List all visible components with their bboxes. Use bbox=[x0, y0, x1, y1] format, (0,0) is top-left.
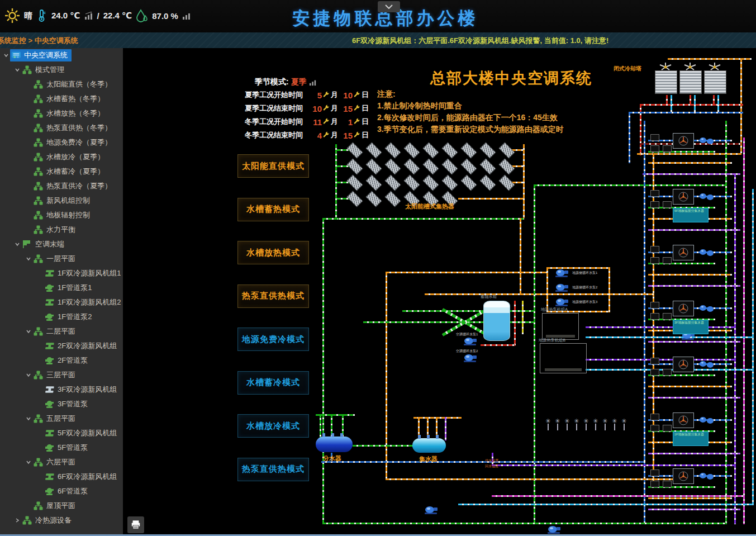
tree-item[interactable]: 水槽蓄冷（夏季） bbox=[0, 164, 123, 179]
tree-item[interactable]: 1F管道泵2 bbox=[0, 310, 123, 324]
pump-icon bbox=[45, 312, 55, 321]
pipe bbox=[534, 184, 726, 186]
mini-fan: ✳ bbox=[545, 418, 552, 430]
fresh-air-unit[interactable] bbox=[673, 357, 694, 372]
tree-item[interactable]: 模式管理 bbox=[0, 63, 123, 77]
ac-circulating-pump[interactable] bbox=[463, 336, 478, 346]
site-icon bbox=[34, 124, 44, 132]
ac-circulating-pump[interactable] bbox=[463, 353, 478, 363]
solar-collector bbox=[403, 174, 420, 191]
tree-toggle-down-icon[interactable] bbox=[13, 67, 21, 73]
storage-pump[interactable] bbox=[424, 505, 439, 515]
tree-item[interactable]: 热泵直供热（冬季） bbox=[0, 121, 123, 135]
tree-item[interactable]: 3F双冷源新风机组 bbox=[0, 382, 123, 397]
tree-item[interactable]: 新风机组控制 bbox=[0, 193, 123, 208]
ground-source-heat-pump-b[interactable] bbox=[540, 343, 587, 373]
mode-button[interactable]: 热泵直供热模式 bbox=[237, 284, 309, 308]
tree-item[interactable]: 地源免费冷（夏季） bbox=[0, 135, 123, 150]
tree-toggle-down-icon[interactable] bbox=[25, 372, 32, 378]
tree-item[interactable]: 2F管道泵 bbox=[0, 353, 123, 368]
bottom-pump[interactable] bbox=[546, 525, 562, 534]
wrench-icon[interactable] bbox=[353, 91, 360, 100]
tree-item[interactable]: 三层平面 bbox=[0, 368, 123, 382]
mode-button[interactable]: 水槽放冷模式 bbox=[237, 414, 309, 438]
mode-button[interactable]: 水槽蓄热模式 bbox=[237, 198, 309, 221]
tree-item[interactable]: 热泵直供冷（夏季） bbox=[0, 179, 123, 193]
mode-button[interactable]: 水槽蓄冷模式 bbox=[237, 371, 309, 395]
wrench-icon[interactable] bbox=[322, 117, 330, 127]
fresh-air-unit[interactable] bbox=[673, 468, 694, 484]
tree-item[interactable]: 冷热源设备 bbox=[0, 513, 123, 528]
mode-button[interactable]: 地源免费冷模式 bbox=[237, 328, 309, 351]
schedule-month-value: 5 bbox=[312, 91, 322, 100]
thermal-storage-tank[interactable] bbox=[483, 301, 510, 341]
tree-item[interactable]: 太阳能直供（冬季） bbox=[0, 77, 123, 92]
tree-node: 新风机组控制 bbox=[32, 195, 94, 207]
wrench-icon[interactable] bbox=[322, 104, 330, 113]
floor-manifold-box[interactable]: 3F地板辐射分集水器 bbox=[673, 320, 709, 334]
tree-item[interactable]: 5F双冷源新风机组 bbox=[0, 426, 123, 440]
trend-chart-icon[interactable] bbox=[309, 79, 317, 86]
ground-source-pump[interactable] bbox=[554, 283, 570, 292]
tree-toggle-down-icon[interactable] bbox=[25, 459, 32, 465]
tree-item[interactable]: 水力平衡 bbox=[0, 222, 123, 237]
water-distributor[interactable] bbox=[316, 437, 353, 452]
tree-item[interactable]: 3F管道泵 bbox=[0, 397, 123, 411]
fresh-air-unit[interactable] bbox=[673, 189, 694, 205]
wrench-icon[interactable] bbox=[322, 131, 330, 140]
tree-item[interactable]: 空调末端 bbox=[0, 237, 123, 252]
ground-source-heat-pump-a[interactable] bbox=[542, 313, 579, 340]
floor-manifold-box[interactable]: 1F地板辐射分集水器 bbox=[673, 431, 709, 446]
cooling-tower[interactable] bbox=[655, 63, 677, 94]
tree-item[interactable]: 五层平面 bbox=[0, 411, 123, 426]
tree-item[interactable]: 水槽放冷（夏季） bbox=[0, 150, 123, 164]
floor-manifold-box[interactable]: 5F地板辐射分集水器 bbox=[673, 208, 709, 222]
mode-button[interactable]: 水槽放热模式 bbox=[237, 241, 309, 264]
tree-item[interactable]: 地板辐射控制 bbox=[0, 208, 123, 222]
title-bar: 晴 c 24.0 ℃ / 22.4 ℃ 87.0 % 安捷物联总部办公楼 bbox=[0, 0, 756, 32]
water-collector[interactable] bbox=[412, 438, 446, 453]
tree-toggle-down-icon[interactable] bbox=[13, 241, 21, 247]
tree-item[interactable]: 中央空调系统 bbox=[0, 48, 123, 63]
tree-toggle-down-icon[interactable] bbox=[2, 53, 10, 58]
tree-toggle-down-icon[interactable] bbox=[25, 256, 32, 262]
tree-node: 水槽蓄冷（夏季） bbox=[32, 165, 108, 178]
wrench-icon[interactable] bbox=[353, 104, 360, 113]
fresh-air-unit[interactable] bbox=[673, 245, 694, 260]
tree-item[interactable]: 水槽放热（冬季） bbox=[0, 106, 123, 121]
cooling-tower[interactable] bbox=[679, 63, 702, 94]
fresh-air-unit[interactable] bbox=[673, 301, 694, 316]
breadcrumb[interactable]: 系统监控 > 中央空调系统 bbox=[0, 36, 78, 46]
trend-chart-icon[interactable] bbox=[182, 12, 191, 20]
wrench-icon[interactable] bbox=[322, 91, 330, 100]
cooling-tower[interactable] bbox=[704, 63, 726, 94]
tree-item-label: 新风机组控制 bbox=[46, 196, 90, 206]
mode-button[interactable]: 太阳能直供模式 bbox=[237, 154, 309, 178]
mode-button[interactable]: 热泵直供热模式 bbox=[237, 458, 309, 481]
tree-item[interactable]: 5F管道泵 bbox=[0, 440, 123, 455]
wrench-icon[interactable] bbox=[353, 117, 360, 127]
trend-chart-icon[interactable] bbox=[84, 12, 93, 20]
collapse-header-button[interactable] bbox=[378, 1, 400, 12]
tree-toggle-down-icon[interactable] bbox=[25, 416, 32, 421]
pipe bbox=[640, 104, 743, 106]
tree-item[interactable]: 1F双冷源新风机组1 bbox=[0, 266, 123, 281]
tree-item[interactable]: 六层平面 bbox=[0, 455, 123, 469]
tree-item[interactable]: 屋顶平面 bbox=[0, 499, 123, 513]
tree-toggle-right-icon[interactable] bbox=[13, 518, 21, 523]
fresh-air-unit[interactable] bbox=[673, 412, 694, 428]
tree-toggle-down-icon[interactable] bbox=[25, 329, 32, 334]
ground-source-pump[interactable] bbox=[554, 268, 570, 278]
fresh-air-unit[interactable] bbox=[673, 133, 694, 149]
tree-item[interactable]: 一层平面 bbox=[0, 252, 123, 266]
wrench-icon[interactable] bbox=[353, 131, 360, 140]
tree-item[interactable]: 二层平面 bbox=[0, 324, 123, 339]
tree-item[interactable]: 2F双冷源新风机组 bbox=[0, 339, 123, 353]
tree-item[interactable]: 1F管道泵1 bbox=[0, 281, 123, 295]
tree-item[interactable]: 1F双冷源新风机组2 bbox=[0, 295, 123, 310]
tree-item[interactable]: 6F管道泵 bbox=[0, 484, 123, 499]
tree-item[interactable]: 6F双冷源新风机组 bbox=[0, 469, 123, 484]
ground-source-pump[interactable] bbox=[554, 297, 570, 307]
tree-item[interactable]: 水槽蓄热（冬季） bbox=[0, 92, 123, 106]
print-button[interactable] bbox=[127, 516, 144, 533]
